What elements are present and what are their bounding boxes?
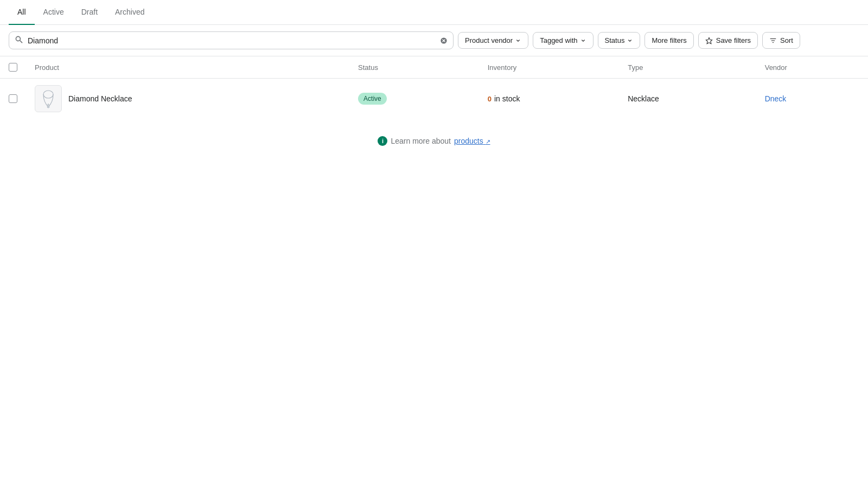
table-row: Diamond Necklace Active 0 in stock Neckl… xyxy=(0,79,868,119)
search-icon xyxy=(15,35,23,46)
vendor-column-header: Vendor xyxy=(756,56,868,79)
product-column-header: Product xyxy=(26,56,349,79)
footer-info: i Learn more about products ↗ xyxy=(0,119,868,163)
external-link-icon: ↗ xyxy=(486,138,490,145)
select-all-header xyxy=(0,56,26,79)
inventory-label: in stock xyxy=(494,94,520,103)
select-all-checkbox[interactable] xyxy=(9,63,17,72)
tab-archived[interactable]: Archived xyxy=(106,0,153,25)
inventory-count: 0 xyxy=(488,95,492,103)
sort-button[interactable]: Sort xyxy=(762,32,800,49)
status-cell: Active xyxy=(349,79,479,119)
products-table: Product Status Inventory Type Vendor xyxy=(0,56,868,119)
search-wrapper xyxy=(9,31,454,49)
type-column-header: Type xyxy=(619,56,756,79)
clear-search-icon[interactable] xyxy=(440,37,448,44)
tagged-with-filter[interactable]: Tagged with xyxy=(533,32,593,49)
inventory-cell: 0 in stock xyxy=(479,79,619,119)
tab-draft[interactable]: Draft xyxy=(73,0,106,25)
toolbar: Product vendor Tagged with Status More f… xyxy=(0,25,868,56)
search-input[interactable] xyxy=(28,36,436,45)
vendor-link[interactable]: Dneck xyxy=(765,94,787,103)
product-name: Diamond Necklace xyxy=(68,94,132,103)
products-link[interactable]: products ↗ xyxy=(454,137,490,145)
type-cell: Necklace xyxy=(619,79,756,119)
more-filters-button[interactable]: More filters xyxy=(644,32,693,49)
info-icon: i xyxy=(378,136,387,146)
inventory-column-header: Inventory xyxy=(479,56,619,79)
product-cell[interactable]: Diamond Necklace xyxy=(26,79,349,119)
vendor-cell[interactable]: Dneck xyxy=(756,79,868,119)
tab-all[interactable]: All xyxy=(9,0,35,25)
tab-active[interactable]: Active xyxy=(35,0,73,25)
status-filter[interactable]: Status xyxy=(598,32,641,49)
svg-marker-3 xyxy=(48,104,49,105)
row-checkbox-cell xyxy=(0,79,26,119)
svg-point-2 xyxy=(47,106,49,108)
product-thumbnail xyxy=(35,85,62,112)
svg-marker-0 xyxy=(706,37,712,43)
row-checkbox[interactable] xyxy=(9,94,17,103)
product-vendor-filter[interactable]: Product vendor xyxy=(458,32,528,49)
svg-point-1 xyxy=(43,91,53,98)
tabs-bar: All Active Draft Archived xyxy=(0,0,868,25)
status-column-header: Status xyxy=(349,56,479,79)
learn-more-text: Learn more about xyxy=(391,137,451,145)
status-badge: Active xyxy=(358,93,387,105)
save-filters-button[interactable]: Save filters xyxy=(698,32,758,49)
